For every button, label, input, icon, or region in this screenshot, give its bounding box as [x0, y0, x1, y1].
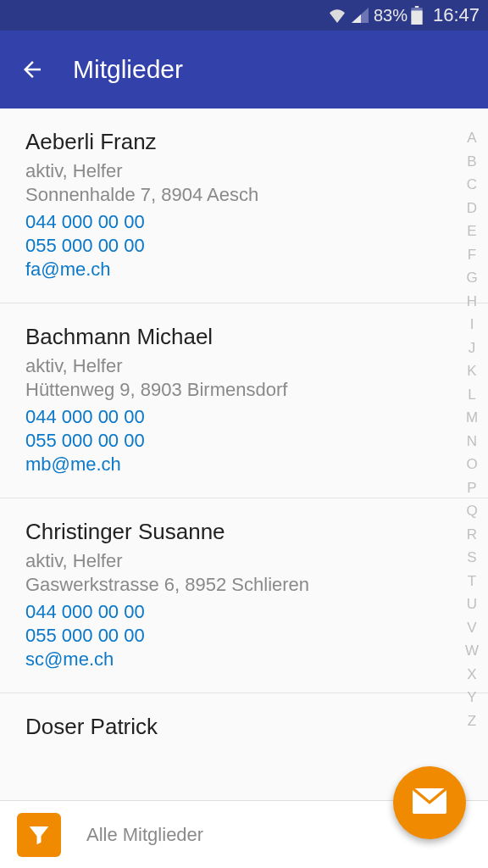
member-phone1[interactable]: 044 000 00 00 [25, 211, 463, 233]
member-item[interactable]: Christinger Susanne aktiv, Helfer Gaswer… [0, 498, 488, 693]
clock: 16:47 [433, 4, 480, 26]
member-email[interactable]: mb@me.ch [25, 453, 463, 476]
alpha-letter[interactable]: W [465, 640, 479, 662]
svg-rect-0 [415, 6, 419, 8]
member-role: aktiv, Helfer [25, 550, 463, 572]
app-bar: Mitglieder [0, 31, 488, 108]
member-name: Christinger Susanne [25, 519, 463, 545]
member-item[interactable]: Bachmann Michael aktiv, Helfer Hüttenweg… [0, 303, 488, 498]
alpha-letter[interactable]: T [468, 570, 476, 593]
member-phone2[interactable]: 055 000 00 00 [25, 625, 463, 647]
alpha-letter[interactable]: J [469, 337, 476, 359]
alpha-letter[interactable]: X [467, 664, 476, 686]
member-role: aktiv, Helfer [25, 160, 463, 182]
alpha-letter[interactable]: U [467, 593, 477, 615]
alpha-letter[interactable]: G [466, 267, 477, 289]
alpha-letter[interactable]: Z [468, 710, 476, 732]
member-phone1[interactable]: 044 000 00 00 [25, 406, 463, 428]
alpha-letter[interactable]: Y [467, 687, 476, 709]
member-list[interactable]: Aeberli Franz aktiv, Helfer Sonnenhalde … [0, 108, 488, 800]
compose-fab[interactable] [393, 766, 466, 839]
member-email[interactable]: sc@me.ch [25, 648, 463, 670]
alpha-letter[interactable]: S [467, 547, 476, 569]
member-address: Gaswerkstrasse 6, 8952 Schlieren [25, 574, 463, 596]
alpha-letter[interactable]: Q [466, 500, 477, 522]
member-role: aktiv, Helfer [25, 355, 463, 377]
member-item[interactable]: Doser Patrick [0, 693, 488, 740]
alpha-letter[interactable]: O [466, 453, 477, 476]
status-bar: 83% 16:47 [0, 0, 488, 31]
back-button[interactable] [15, 53, 49, 86]
alpha-letter[interactable]: R [467, 524, 477, 546]
member-email[interactable]: fa@me.ch [25, 259, 463, 281]
alpha-letter[interactable]: P [467, 477, 476, 499]
member-phone1[interactable]: 044 000 00 00 [25, 601, 463, 623]
alpha-letter[interactable]: N [467, 431, 477, 453]
alpha-letter[interactable]: K [467, 360, 476, 382]
member-phone2[interactable]: 055 000 00 00 [25, 235, 463, 257]
alpha-letter[interactable]: F [468, 244, 476, 266]
alpha-letter[interactable]: I [470, 314, 474, 336]
wifi-icon [328, 8, 347, 23]
battery-percent: 83% [374, 6, 408, 25]
filter-button[interactable] [17, 813, 61, 857]
alpha-letter[interactable]: E [467, 220, 476, 242]
member-name: Doser Patrick [25, 714, 463, 740]
battery-indicator: 83% [374, 6, 423, 25]
alpha-letter[interactable]: V [467, 617, 476, 639]
member-name: Aeberli Franz [25, 129, 463, 155]
member-phone2[interactable]: 055 000 00 00 [25, 430, 463, 452]
page-title: Mitglieder [73, 55, 183, 84]
signal-icon [352, 8, 369, 23]
svg-rect-2 [411, 11, 422, 25]
member-item[interactable]: Aeberli Franz aktiv, Helfer Sonnenhalde … [0, 108, 488, 303]
alpha-letter[interactable]: D [467, 198, 477, 220]
alpha-letter[interactable]: H [467, 291, 477, 313]
member-name: Bachmann Michael [25, 324, 463, 350]
mail-icon [413, 787, 446, 818]
member-address: Hüttenweg 9, 8903 Birmensdorf [25, 379, 463, 401]
alpha-index[interactable]: A B C D E F G H I J K L M N O P Q R S T … [461, 127, 483, 732]
alpha-letter[interactable]: A [467, 127, 476, 149]
alpha-letter[interactable]: C [467, 174, 477, 196]
alpha-letter[interactable]: M [466, 407, 478, 429]
alpha-letter[interactable]: B [467, 151, 476, 173]
alpha-letter[interactable]: L [468, 384, 475, 406]
filter-label: Alle Mitglieder [86, 824, 203, 846]
member-address: Sonnenhalde 7, 8904 Aesch [25, 184, 463, 206]
